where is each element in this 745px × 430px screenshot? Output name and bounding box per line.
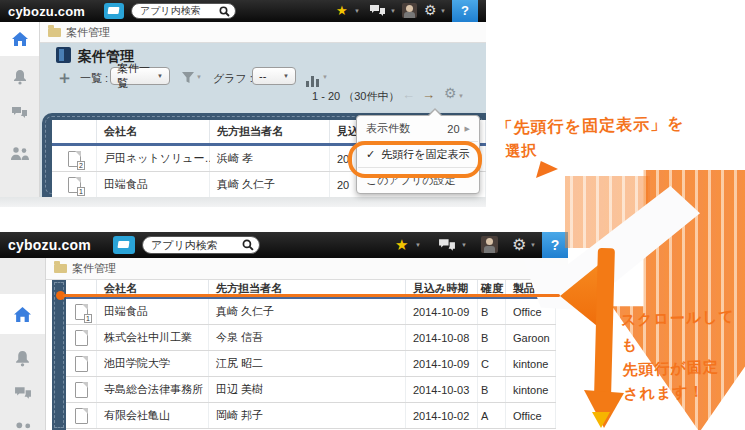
filter-caret-icon[interactable]: ▼ — [196, 74, 202, 80]
favorites-star-icon[interactable]: ★ — [395, 236, 408, 254]
notifications-bubbles-icon[interactable] — [369, 4, 386, 22]
result-note-line3: されます！ — [623, 378, 744, 407]
search-icon[interactable] — [219, 6, 230, 17]
sidebar-item-home[interactable] — [0, 22, 39, 56]
list-settings-caret-icon[interactable]: ▼ — [458, 93, 464, 99]
table-row[interactable]: 寺島総合法律事務所 田辺 美樹 2014-10-03 B kintone — [66, 377, 556, 403]
breadcrumb[interactable]: 案件管理 — [72, 261, 116, 276]
bottom-breadcrumb-bar: 案件管理 — [46, 258, 568, 280]
folder-icon — [54, 264, 67, 273]
list-select[interactable]: 案件一覧▼ — [110, 67, 170, 85]
messages-icon — [11, 106, 28, 120]
top-screenshot: cybozu.com アプリ内検索 ★ ▼ ▼ ⚙ ▼ ? 案件管理 案件管理 … — [0, 0, 486, 207]
top-breadcrumb-bar: 案件管理 — [40, 22, 486, 43]
people-icon — [10, 147, 29, 160]
cursor-pointer-annotation — [536, 158, 558, 178]
submenu-arrow-icon: ▶ — [465, 125, 470, 133]
favorites-caret-icon[interactable]: ▼ — [354, 8, 360, 14]
app-launcher-icon[interactable] — [113, 236, 135, 254]
settings-gear-icon[interactable]: ⚙ — [512, 235, 526, 254]
search-placeholder: アプリ内検索 — [140, 4, 201, 18]
cybozu-logo: cybozu.com — [8, 4, 85, 19]
cybozu-logo: cybozu.com — [8, 237, 91, 253]
highlight-ring-annotation — [348, 141, 482, 178]
filter-icon[interactable] — [182, 70, 194, 88]
next-page-icon[interactable]: → — [422, 87, 435, 102]
messages-icon — [14, 386, 32, 401]
record-icon[interactable] — [75, 408, 88, 424]
help-button[interactable]: ? — [452, 0, 478, 22]
result-note-line1: スクロールしても — [620, 304, 742, 358]
favorites-star-icon[interactable]: ★ — [336, 3, 348, 18]
select-note-line2: 選択 — [505, 138, 685, 162]
search-icon[interactable] — [242, 239, 254, 251]
col-person[interactable]: 先方担当者名 — [210, 120, 330, 143]
bell-icon — [13, 70, 27, 85]
list-label: 一覧 : — [80, 71, 108, 86]
select-note: 「先頭行を固定表示」を 選択 — [496, 114, 685, 162]
select-note-line1: 「先頭行を固定表示」を — [496, 114, 684, 140]
home-icon — [12, 32, 28, 46]
list-settings-gear-icon[interactable]: ⚙ — [444, 85, 457, 101]
table-frame-edge — [52, 280, 66, 430]
left-sidebar — [0, 258, 46, 430]
table-row[interactable]: 1 田端食品 真崎 久仁子 2014-10-09 B Office — [66, 299, 556, 325]
record-icon[interactable] — [75, 356, 88, 372]
table-row[interactable]: 株式会社中川工業 今泉 信吾 2014-10-08 B Garoon — [66, 325, 556, 351]
prev-page-icon[interactable]: ← — [402, 87, 415, 102]
record-icon[interactable]: 1 — [75, 304, 88, 320]
top-header-bar: cybozu.com アプリ内検索 ★ ▼ ▼ ⚙ ▼ ? — [0, 0, 486, 22]
people-icon — [13, 422, 33, 430]
bell-icon — [15, 351, 30, 367]
sidebar-item-people[interactable] — [0, 414, 45, 430]
record-icon[interactable] — [75, 330, 88, 346]
app-launcher-icon[interactable] — [104, 3, 124, 19]
settings-caret-icon[interactable]: ▼ — [440, 8, 446, 14]
add-record-button[interactable]: ＋ — [56, 66, 73, 89]
home-icon — [14, 307, 31, 322]
col-company[interactable]: 会社名 — [97, 120, 210, 143]
sidebar-item-home[interactable] — [0, 294, 45, 334]
avatar[interactable] — [481, 236, 498, 253]
menu-callout-inner — [428, 103, 442, 117]
sidebar-item-people[interactable] — [0, 138, 39, 168]
notifications-caret-icon[interactable]: ▼ — [461, 242, 467, 248]
chevron-down-icon: ▼ — [283, 73, 289, 79]
sidebar-item-notifications[interactable] — [0, 62, 39, 92]
table-row[interactable]: 池田学院大学 江尻 昭二 2014-10-09 C kintone — [66, 351, 556, 377]
fixed-row-underline-annotation — [63, 294, 560, 297]
avatar[interactable] — [402, 3, 417, 18]
breadcrumb[interactable]: 案件管理 — [66, 25, 110, 40]
display-count-value: 20 — [447, 123, 459, 135]
app-search-input[interactable]: アプリ内検索 — [131, 3, 236, 19]
graph-label: グラフ : — [213, 71, 253, 86]
table-row[interactable]: 有限会社亀山 岡崎 邦子 2014-10-02 A Office — [66, 403, 556, 429]
graph-select[interactable]: --▼ — [252, 67, 296, 85]
record-icon[interactable]: 2 — [68, 151, 81, 167]
result-note: スクロールしても 先頭行が固定 されます！ — [620, 304, 743, 407]
search-placeholder: アプリ内検索 — [151, 238, 218, 253]
sidebar-item-messages[interactable] — [0, 98, 39, 128]
chevron-down-icon: ▼ — [157, 73, 163, 79]
record-table: 会社名 先方担当者名 見込み時期 確度 製品名 1 田端食品 真崎 久仁子 20… — [66, 280, 556, 430]
folder-icon — [48, 28, 61, 37]
app-icon — [56, 47, 71, 63]
settings-caret-icon[interactable]: ▼ — [530, 242, 536, 248]
settings-gear-icon[interactable]: ⚙ — [424, 2, 437, 18]
chart-icon[interactable] — [306, 69, 321, 81]
app-search-input[interactable]: アプリ内検索 — [142, 236, 260, 254]
scroll-arrow-shaft — [594, 248, 615, 396]
pagination-range: 1 - 20 （30件中） — [312, 89, 399, 104]
screenshot-edge — [0, 197, 486, 207]
chart-caret-icon[interactable]: ▼ — [322, 74, 328, 80]
record-icon[interactable]: 1 — [68, 177, 81, 193]
sidebar-item-messages[interactable] — [0, 378, 45, 408]
menu-item-display-count[interactable]: 表示件数 20 ▶ — [357, 116, 479, 141]
left-sidebar — [0, 22, 40, 197]
notifications-bubbles-icon[interactable] — [438, 238, 456, 257]
record-icon[interactable] — [75, 382, 88, 398]
sidebar-item-notifications[interactable] — [0, 344, 45, 374]
notifications-caret-icon[interactable]: ▼ — [390, 8, 396, 14]
favorites-caret-icon[interactable]: ▼ — [415, 242, 421, 248]
bottom-header-bar: cybozu.com アプリ内検索 ★ ▼ ▼ ⚙ ▼ ? — [0, 232, 568, 258]
